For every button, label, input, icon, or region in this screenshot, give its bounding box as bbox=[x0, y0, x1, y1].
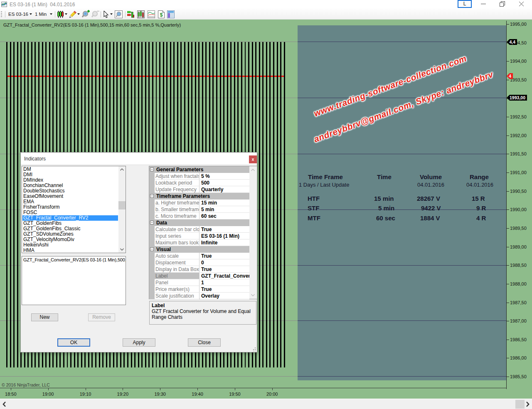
svg-text:$: $ bbox=[160, 12, 163, 18]
